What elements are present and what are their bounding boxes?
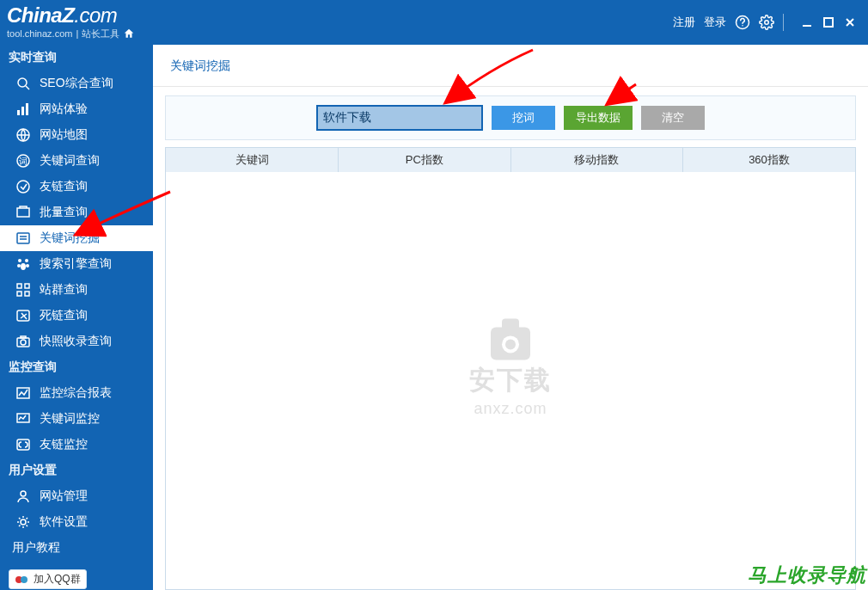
toolbar: 挖词 导出数据 清空 xyxy=(165,95,856,140)
sidebar-label: 关键词监控 xyxy=(40,411,100,427)
sidebar-label: 搜索引擎查询 xyxy=(40,256,112,272)
sidebar-label: 网站地图 xyxy=(40,127,88,143)
sidebar-item-deadlink[interactable]: 死链查询 xyxy=(0,303,153,329)
svg-rect-13 xyxy=(17,208,29,217)
sidebar-label: 关键词查询 xyxy=(40,153,100,169)
svg-rect-20 xyxy=(17,284,21,288)
svg-rect-14 xyxy=(17,233,29,243)
sidebar-item-keyword-monitor[interactable]: 关键词监控 xyxy=(0,406,153,432)
sidebar-item-site-group[interactable]: 站群查询 xyxy=(0,277,153,303)
col-pc[interactable]: PC指数 xyxy=(339,148,511,172)
svg-rect-21 xyxy=(25,284,29,288)
sidebar-label: 网站管理 xyxy=(40,489,88,504)
sidebar-item-seo[interactable]: SEO综合查询 xyxy=(0,71,153,96)
sidebar-label: 死链查询 xyxy=(40,308,88,323)
svg-point-2 xyxy=(765,21,769,25)
keyword-input[interactable] xyxy=(316,105,483,131)
report-icon xyxy=(15,385,31,401)
svg-point-17 xyxy=(17,264,21,267)
link-monitor-icon xyxy=(15,437,31,452)
header-divider xyxy=(783,14,784,31)
gear-icon xyxy=(15,514,31,530)
qq-icon xyxy=(15,573,28,587)
svg-point-34 xyxy=(21,576,28,583)
sidebar-item-monitor-report[interactable]: 监控综合报表 xyxy=(0,380,153,406)
chart-icon xyxy=(15,101,31,117)
svg-point-31 xyxy=(21,491,26,496)
login-link[interactable]: 登录 xyxy=(704,15,726,30)
footer-link[interactable]: 马上收录导航 xyxy=(748,562,866,588)
svg-point-16 xyxy=(25,259,28,262)
camera-icon xyxy=(15,334,31,349)
sidebar-item-batch[interactable]: 批量查询 xyxy=(0,200,153,225)
sidebar-label: 软件设置 xyxy=(40,514,88,530)
sidebar-label: 关键词挖掘 xyxy=(40,230,100,246)
export-button[interactable]: 导出数据 xyxy=(564,106,633,130)
svg-point-5 xyxy=(18,78,27,87)
svg-rect-6 xyxy=(17,110,20,115)
svg-point-37 xyxy=(502,335,519,353)
logo-subtitle: tool.chinaz.com | 站长工具 xyxy=(7,28,135,40)
sidebar-group-realtime: 实时查询 xyxy=(0,45,153,71)
home-icon[interactable] xyxy=(123,28,135,40)
svg-rect-35 xyxy=(491,327,530,360)
watermark: 安下载 anxz.com xyxy=(425,311,596,418)
help-icon[interactable] xyxy=(735,15,750,30)
svg-rect-36 xyxy=(502,318,519,330)
page-title: 关键词挖掘 xyxy=(153,45,868,87)
group-icon xyxy=(15,282,31,298)
svg-point-1 xyxy=(742,25,743,27)
sidebar-item-keyword-query[interactable]: 词 关键词查询 xyxy=(0,148,153,174)
sidebar-item-keyword-mining[interactable]: 关键词挖掘 xyxy=(0,225,153,251)
sidebar-label: SEO综合查询 xyxy=(40,76,113,91)
sidebar-item-experience[interactable]: 网站体验 xyxy=(0,96,153,122)
qq-join-button[interactable]: 加入QQ群 xyxy=(9,569,87,589)
svg-point-26 xyxy=(21,340,26,345)
sidebar-item-snapshot[interactable]: 快照收录查询 xyxy=(0,329,153,354)
sidebar-item-site-manage[interactable]: 网站管理 xyxy=(0,483,153,509)
seo-icon xyxy=(15,76,31,91)
register-link[interactable]: 注册 xyxy=(673,15,695,30)
maximize-button[interactable] xyxy=(819,15,838,30)
sidebar-label: 批量查询 xyxy=(40,205,88,220)
settings-icon[interactable] xyxy=(759,15,774,30)
sidebar-item-sitemap[interactable]: 网站地图 xyxy=(0,122,153,148)
svg-point-19 xyxy=(21,263,26,270)
sidebar-group-monitor: 监控查询 xyxy=(0,354,153,380)
sidebar-label: 站群查询 xyxy=(40,282,88,298)
svg-point-18 xyxy=(26,264,29,267)
keyword-icon: 词 xyxy=(15,153,31,169)
sidebar-label: 监控综合报表 xyxy=(40,385,112,401)
col-mobile[interactable]: 移动指数 xyxy=(510,148,683,172)
sidebar-label: 用户教程 xyxy=(12,540,60,556)
svg-point-12 xyxy=(17,181,29,193)
paw-icon xyxy=(15,256,31,272)
batch-icon xyxy=(15,205,31,220)
svg-rect-23 xyxy=(25,292,29,296)
close-button[interactable] xyxy=(840,15,859,30)
sidebar-item-tutorial[interactable]: 用户教程 xyxy=(0,535,153,561)
col-360[interactable]: 360指数 xyxy=(683,148,856,172)
sidebar-label: 快照收录查询 xyxy=(40,334,112,349)
sidebar-item-friendlink-monitor[interactable]: 友链监控 xyxy=(0,432,153,458)
user-icon xyxy=(15,489,31,504)
svg-rect-22 xyxy=(17,292,21,296)
sidebar-label: 友链监控 xyxy=(40,437,88,452)
monitor-icon xyxy=(15,411,31,427)
link-icon xyxy=(15,179,31,194)
svg-rect-27 xyxy=(21,336,26,338)
svg-rect-4 xyxy=(824,18,833,27)
svg-text:词: 词 xyxy=(19,157,28,166)
dig-button[interactable]: 挖词 xyxy=(492,106,555,130)
sidebar-item-friendlink[interactable]: 友链查询 xyxy=(0,174,153,200)
sidebar-item-search-engine[interactable]: 搜索引擎查询 xyxy=(0,251,153,277)
globe-icon xyxy=(15,127,31,143)
sidebar-label: 网站体验 xyxy=(40,101,88,117)
svg-rect-7 xyxy=(21,107,24,115)
clear-button[interactable]: 清空 xyxy=(641,106,705,130)
col-keyword[interactable]: 关键词 xyxy=(166,148,339,172)
sidebar-item-software-setting[interactable]: 软件设置 xyxy=(0,509,153,535)
svg-rect-3 xyxy=(803,25,811,27)
minimize-button[interactable] xyxy=(798,15,816,30)
logo: ChinaZ.com xyxy=(7,5,135,26)
